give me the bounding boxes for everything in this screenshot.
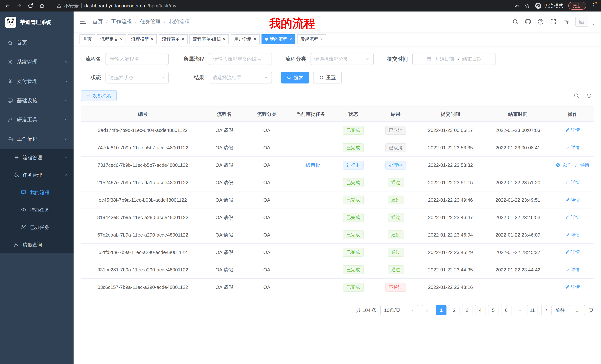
next-page-button[interactable] xyxy=(541,305,551,315)
detail-link[interactable]: 详情 xyxy=(565,197,580,203)
github-icon[interactable] xyxy=(525,19,531,25)
result-select[interactable]: 请选择流结果 xyxy=(209,72,272,84)
detail-link[interactable]: 详情 xyxy=(565,214,580,220)
table-row[interactable]: 67c2eaab-7b9a-11ec-a290-acde48001122OA 请… xyxy=(81,226,594,244)
home-icon xyxy=(7,40,13,46)
sidebar: 芋道管理系统 首页系统管理支付管理基础设施研发工具工作流程 流程管理任务管理我的… xyxy=(0,11,74,364)
avatar[interactable] xyxy=(575,17,588,27)
help-icon[interactable] xyxy=(538,19,544,25)
page-5-button[interactable]: 5 xyxy=(488,305,499,315)
process-def-input[interactable] xyxy=(209,53,272,65)
tab-process-model[interactable]: 流程模型× xyxy=(128,34,157,44)
breadcrumb-item[interactable]: 任务管理 xyxy=(140,18,161,25)
tab-process-form[interactable]: 流程表单× xyxy=(159,34,188,44)
status-select[interactable]: 请选择状态 xyxy=(105,72,169,84)
table-row[interactable]: 3ad174fb-7b9d-11ec-8404-acde48001122OA 请… xyxy=(81,122,594,139)
end-time xyxy=(484,278,551,296)
sidebar-item-infrastructure[interactable]: 基础设施 xyxy=(0,91,74,110)
close-icon[interactable]: × xyxy=(254,37,256,41)
password-key-icon[interactable] xyxy=(514,3,520,9)
font-size-icon[interactable] xyxy=(563,19,569,25)
detail-link[interactable]: 详情 xyxy=(565,232,580,238)
table-row[interactable]: 2152467e-7b9b-11ec-9a1b-acde48001122OA 请… xyxy=(81,174,594,191)
search-icon[interactable] xyxy=(512,19,519,25)
search-button[interactable]: 搜索 xyxy=(281,72,310,84)
page-11-button[interactable]: 11 xyxy=(527,305,538,315)
table-row[interactable]: ec45f38f-7b9a-11ec-b03b-acde48001122OA 请… xyxy=(81,191,594,209)
prev-page-button[interactable] xyxy=(422,305,432,315)
close-icon[interactable]: × xyxy=(289,37,292,41)
tab-my-process[interactable]: 我的流程× xyxy=(261,34,295,44)
sidebar-item-home[interactable]: 首页 xyxy=(0,33,74,52)
sidebar-item-process-mgmt[interactable]: 流程管理 xyxy=(0,149,74,166)
refresh-table-icon[interactable] xyxy=(586,93,592,99)
page-size-select[interactable]: 10条/页 xyxy=(380,305,418,315)
table-row[interactable]: 7317cec6-7b9b-11ec-b5b7-acde48001122OA 请… xyxy=(81,156,594,174)
submit-time-range[interactable]: 开始日期 - 结束日期 xyxy=(412,53,496,65)
create-process-button[interactable]: 发起流程 xyxy=(81,90,117,101)
page-4-button[interactable]: 4 xyxy=(475,305,485,315)
table-row[interactable]: 52ffd28e-7b9a-11ec-a290-acde48001122OA 请… xyxy=(81,244,594,261)
sidebar-toggle-icon[interactable] xyxy=(80,18,87,25)
column-header: 状态 xyxy=(332,107,375,122)
chevron-down-icon xyxy=(64,98,68,103)
sidebar-item-devtools[interactable]: 研发工具 xyxy=(0,110,74,130)
close-icon[interactable]: × xyxy=(120,37,123,41)
reset-button[interactable]: 重置 xyxy=(313,72,342,84)
logo[interactable]: 芋道管理系统 xyxy=(0,11,74,33)
goto-page-input[interactable] xyxy=(569,305,585,315)
detail-link[interactable]: 详情 xyxy=(565,284,580,290)
browser-home-icon[interactable] xyxy=(39,3,45,9)
page-1-button[interactable]: 1 xyxy=(436,305,446,315)
breadcrumb-item[interactable]: 首页 xyxy=(92,18,103,25)
avatar-caret-icon[interactable] xyxy=(591,22,595,26)
detail-link[interactable]: 详情 xyxy=(575,162,589,168)
detail-link[interactable]: 详情 xyxy=(565,127,580,133)
page-6-button[interactable]: 6 xyxy=(501,305,511,315)
cancel-link[interactable]: 取消 xyxy=(556,162,570,168)
tab-user-group[interactable]: 用户分组× xyxy=(231,34,260,44)
reload-icon[interactable] xyxy=(28,3,33,9)
submit-time: 2022-01-22 23:46:04 xyxy=(417,226,484,244)
tab-home[interactable]: 首页 xyxy=(80,34,95,44)
sidebar-item-todo-tasks[interactable]: 待办任务 xyxy=(0,201,74,219)
back-icon[interactable] xyxy=(4,3,10,9)
close-icon[interactable]: × xyxy=(223,37,225,41)
table-row[interactable]: 331bc281-7b9a-11ec-a290-acde48001122OA 请… xyxy=(81,261,594,278)
page-3-button[interactable]: 3 xyxy=(462,305,472,315)
sidebar-item-leave-query[interactable]: 请假查询 xyxy=(0,236,74,253)
result-badge: 已取消 xyxy=(385,143,406,152)
table-row[interactable]: 819442e8-7b9a-11ec-a290-acde48001122OA 请… xyxy=(81,209,594,226)
fullscreen-icon[interactable] xyxy=(550,19,556,25)
sidebar-item-payment[interactable]: 支付管理 xyxy=(0,72,74,91)
approval-task-link[interactable]: 一级审批 xyxy=(301,162,320,168)
detail-link[interactable]: 详情 xyxy=(565,144,580,151)
update-button[interactable]: 更新 xyxy=(568,2,586,10)
category-select[interactable]: 请选择流程分类 xyxy=(311,53,374,65)
tab-process-form-edit[interactable]: 流程表单-编辑× xyxy=(190,34,229,44)
forward-icon[interactable] xyxy=(16,3,22,9)
bookmark-star-icon[interactable] xyxy=(524,3,530,9)
browser-menu-icon[interactable] xyxy=(591,2,597,9)
detail-link[interactable]: 详情 xyxy=(565,267,580,273)
breadcrumb-item[interactable]: 工作流程 xyxy=(111,18,132,25)
sidebar-item-done-tasks[interactable]: 已办任务 xyxy=(0,219,74,236)
tab-process-definition[interactable]: 流程定义× xyxy=(97,34,126,44)
toggle-search-icon[interactable] xyxy=(573,93,580,99)
more-pages-button[interactable] xyxy=(514,305,524,315)
close-icon[interactable]: × xyxy=(182,37,184,41)
process-name-input[interactable] xyxy=(105,53,169,65)
table-row[interactable]: 7470a810-7b9b-11ec-b5b7-acde48001122OA 请… xyxy=(81,139,594,156)
sidebar-item-system[interactable]: 系统管理 xyxy=(0,52,74,72)
close-icon[interactable]: × xyxy=(151,37,153,41)
sidebar-item-task-mgmt[interactable]: 任务管理 xyxy=(0,166,74,184)
sidebar-item-workflow[interactable]: 工作流程 xyxy=(0,130,74,149)
sidebar-item-my-process[interactable]: 我的流程 xyxy=(0,184,74,201)
close-icon[interactable]: × xyxy=(320,37,323,41)
table-row[interactable]: 03c6c157-7b9a-11ec-a290-acde48001122OA 请… xyxy=(81,278,594,296)
tab-start-process[interactable]: 发起流程× xyxy=(297,34,326,44)
detail-link[interactable]: 详情 xyxy=(565,249,580,255)
address-bar[interactable]: 不安全 dashboard.yudao.iocoder.cn/bpm/task/… xyxy=(56,3,176,9)
detail-link[interactable]: 详情 xyxy=(565,179,580,185)
page-2-button[interactable]: 2 xyxy=(449,305,460,315)
